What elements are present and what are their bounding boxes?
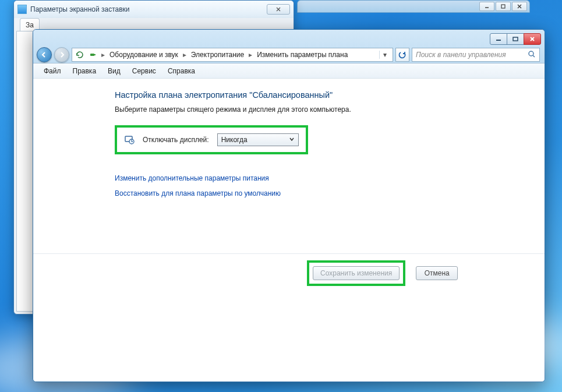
cancel-button[interactable]: Отмена [416, 266, 458, 280]
highlight-turn-off-display: Отключать дисплей: Никогда [115, 125, 308, 154]
cancel-button-label: Отмена [425, 269, 450, 277]
save-button-label: Сохранить изменения [320, 269, 392, 277]
power-icon [87, 50, 98, 59]
chevron-down-icon [289, 136, 295, 144]
link-advanced-settings[interactable]: Изменить дополнительные параметры питани… [115, 174, 545, 182]
svg-rect-7 [513, 37, 518, 41]
separator [33, 253, 545, 254]
page-subheading: Выберите параметры спящего режима и дисп… [115, 105, 545, 114]
menu-bar: Файл Правка Вид Сервис Справка [33, 63, 545, 79]
turn-off-display-label: Отключать дисплей: [143, 136, 209, 144]
nav-back-button[interactable] [37, 47, 52, 62]
display-timer-icon [124, 135, 135, 145]
maximize-button[interactable] [507, 33, 524, 45]
search-icon [528, 50, 536, 60]
bg2-maximize-button[interactable] [496, 2, 511, 11]
breadcrumb-edit-plan[interactable]: Изменить параметры плана [256, 51, 349, 59]
breadcrumb-hardware[interactable]: Оборудование и звук [108, 51, 179, 59]
turn-off-display-value: Никогда [221, 136, 248, 144]
refresh-button[interactable] [395, 48, 409, 62]
search-placeholder: Поиск в панели управления [416, 51, 506, 59]
chevron-right-icon: ▸ [182, 51, 188, 59]
close-button[interactable] [524, 33, 541, 45]
search-input[interactable]: Поиск в панели управления [412, 48, 540, 62]
page-heading: Настройка плана электропитания "Сбаланси… [115, 90, 545, 100]
breadcrumb-power[interactable]: Электропитание [190, 51, 245, 59]
menu-edit[interactable]: Правка [67, 65, 102, 77]
svg-rect-10 [90, 54, 94, 56]
address-dropdown[interactable]: ▾ [379, 51, 390, 59]
content-area: Настройка плана электропитания "Сбаланси… [33, 79, 545, 382]
svg-line-13 [533, 55, 535, 57]
save-button[interactable]: Сохранить изменения [313, 266, 400, 280]
highlight-save-button: Сохранить изменения [307, 260, 405, 286]
minimize-button[interactable] [490, 33, 507, 45]
chevron-right-icon: ▸ [100, 51, 106, 59]
background-window-frame [297, 0, 530, 13]
menu-view[interactable]: Вид [102, 65, 126, 77]
svg-point-12 [529, 51, 533, 56]
chevron-right-icon: ▸ [248, 51, 253, 59]
recent-icon [75, 50, 85, 59]
address-bar[interactable]: ▸ Оборудование и звук ▸ Электропитание ▸… [72, 48, 393, 62]
screensaver-close-button[interactable] [267, 4, 290, 15]
svg-rect-11 [94, 54, 96, 55]
screensaver-window-title: Параметры экранной заставки [30, 5, 130, 13]
bg2-minimize-button[interactable] [479, 2, 494, 11]
screensaver-icon [17, 5, 27, 14]
menu-file[interactable]: Файл [38, 65, 67, 77]
svg-rect-1 [501, 5, 505, 8]
link-restore-defaults[interactable]: Восстановить для плана параметры по умол… [115, 189, 545, 197]
turn-off-display-dropdown[interactable]: Никогда [217, 133, 299, 146]
power-plan-settings-window: ▸ Оборудование и звук ▸ Электропитание ▸… [33, 29, 545, 382]
menu-service[interactable]: Сервис [126, 65, 162, 77]
bg2-close-button[interactable] [512, 2, 527, 11]
menu-help[interactable]: Справка [162, 65, 201, 77]
nav-forward-button[interactable] [54, 47, 69, 62]
